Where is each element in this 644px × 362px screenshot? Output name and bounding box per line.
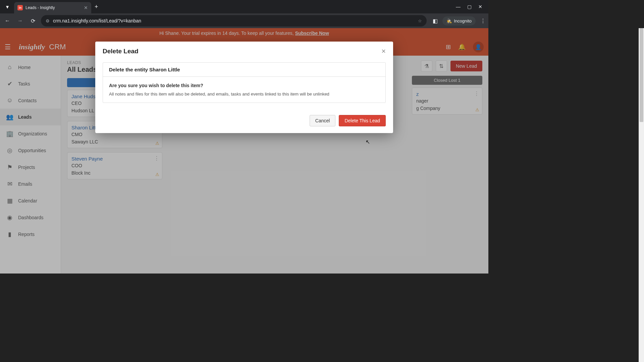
breadcrumb: LEADS <box>67 60 97 65</box>
reports-icon: ▮ <box>6 231 13 238</box>
sidebar-label: Tasks <box>18 81 30 86</box>
sidebar-item-leads[interactable]: 👥Leads <box>0 109 61 125</box>
opportunities-icon: ◎ <box>6 147 13 154</box>
side-panel-icon[interactable]: ◧ <box>433 18 438 24</box>
favicon: in <box>17 5 23 10</box>
column-header: Closed Lost 1 <box>412 76 482 85</box>
home-icon: ⌂ <box>6 64 13 71</box>
lead-company: g Company <box>416 106 478 111</box>
incognito-label: Incognito <box>454 18 472 23</box>
modal-close-icon[interactable]: × <box>381 47 386 56</box>
sidebar-item-tasks[interactable]: ✔Tasks <box>0 75 61 92</box>
kanban-column-right: Closed Lost 1 ⋮ z nager g Company ⚠ <box>412 76 482 119</box>
avatar[interactable]: 👤 <box>473 42 484 52</box>
sidebar-item-dashboards[interactable]: ◉Dashboards <box>0 209 61 226</box>
warning-icon: ⚠ <box>155 141 159 146</box>
warning-icon: ⚠ <box>475 107 479 112</box>
emails-icon: ✉ <box>6 180 13 188</box>
url-text: crm.na1.insightly.com/list/Lead/?v=kanba… <box>53 18 415 23</box>
delete-this-lead-button[interactable]: Delete This Lead <box>339 115 386 126</box>
new-tab-button[interactable]: + <box>95 3 98 10</box>
organizations-icon: 🏢 <box>6 130 13 137</box>
projects-icon: ⚑ <box>6 164 13 171</box>
sidebar-item-projects[interactable]: ⚑Projects <box>0 159 61 176</box>
forward-button[interactable]: → <box>15 16 25 25</box>
trial-text: Hi Shane. Your trial expires in 14 days.… <box>159 31 295 36</box>
modal-entity-label: Delete the entity Sharon Little <box>103 63 385 77</box>
sidebar-item-reports[interactable]: ▮Reports <box>0 226 61 243</box>
incognito-icon: 🕵 <box>446 18 452 23</box>
minimize-icon[interactable]: ― <box>456 4 461 9</box>
contacts-icon: ☺ <box>6 97 13 104</box>
sidebar-label: Dashboards <box>18 215 44 220</box>
delete-lead-modal: Delete Lead × Delete the entity Sharon L… <box>95 42 393 133</box>
sidebar-label: Emails <box>18 181 32 187</box>
warning-icon: ⚠ <box>155 172 159 177</box>
filter-icon[interactable]: ⚗ <box>421 60 432 72</box>
lead-company: Block Inc <box>71 170 158 176</box>
sidebar-label: Opportunities <box>18 148 46 153</box>
settings-icon[interactable]: ⇅ <box>436 60 447 72</box>
sidebar-item-home[interactable]: ⌂Home <box>0 59 61 75</box>
new-lead-button[interactable]: New Lead <box>450 61 482 71</box>
browser-tab[interactable]: in Leads - Insightly ✕ <box>14 2 91 13</box>
logo[interactable]: insightly <box>19 43 45 51</box>
sidebar-item-emails[interactable]: ✉Emails <box>0 176 61 192</box>
cancel-button[interactable]: Cancel <box>310 115 336 126</box>
page-title: All Leads <box>67 66 97 73</box>
tab-close-icon[interactable]: ✕ <box>84 5 88 10</box>
browser-chrome: ▾ in Leads - Insightly ✕ + ― ▢ ✕ ← → ⟳ ⚙… <box>0 0 488 28</box>
leads-icon: 👥 <box>6 113 13 121</box>
tasks-icon: ✔ <box>6 80 13 87</box>
sidebar-label: Contacts <box>18 98 37 103</box>
card-menu-icon[interactable]: ⋮ <box>154 155 159 162</box>
notifications-icon[interactable]: 🔔 <box>458 43 466 51</box>
browser-menu-icon[interactable]: ⋮ <box>480 18 486 24</box>
subscribe-link[interactable]: Subscribe Now <box>295 31 329 36</box>
product-label: CRM <box>49 43 66 51</box>
confirm-question: Are you sure you wish to delete this ite… <box>109 83 379 88</box>
lead-name[interactable]: z <box>416 91 478 97</box>
sidebar-item-organizations[interactable]: 🏢Organizations <box>0 125 61 142</box>
lead-role: nager <box>416 98 478 104</box>
bookmark-icon[interactable]: ☆ <box>418 18 422 23</box>
confirm-note: All notes and files for this item will a… <box>109 92 379 97</box>
toolbar: ← → ⟳ ⚙ crm.na1.insightly.com/list/Lead/… <box>0 13 488 28</box>
calendar-icon: ▦ <box>6 197 13 204</box>
sidebar-item-contacts[interactable]: ☺Contacts <box>0 92 61 109</box>
sidebar-label: Calendar <box>18 198 37 203</box>
app-viewport: Hi Shane. Your trial expires in 14 days.… <box>0 28 488 274</box>
tab-bar: ▾ in Leads - Insightly ✕ + ― ▢ ✕ <box>0 0 488 13</box>
card-menu-icon[interactable]: ⋮ <box>474 90 479 97</box>
maximize-icon[interactable]: ▢ <box>467 4 472 9</box>
lead-name[interactable]: Steven Payne <box>71 156 158 162</box>
lead-role: COO <box>71 163 158 168</box>
sidebar-label: Leads <box>18 114 32 120</box>
address-bar[interactable]: ⚙ crm.na1.insightly.com/list/Lead/?v=kan… <box>41 15 427 26</box>
tab-search-dropdown[interactable]: ▾ <box>3 2 12 11</box>
back-button[interactable]: ← <box>3 16 12 25</box>
trial-banner: Hi Shane. Your trial expires in 14 days.… <box>0 28 488 38</box>
close-window-icon[interactable]: ✕ <box>478 4 482 9</box>
add-icon[interactable]: ⊞ <box>446 43 451 51</box>
modal-title: Delete Lead <box>103 48 139 55</box>
sidebar-label: Organizations <box>18 131 47 136</box>
incognito-badge[interactable]: 🕵 Incognito <box>442 16 476 25</box>
lead-card[interactable]: ⋮ z nager g Company ⚠ <box>412 87 482 115</box>
site-settings-icon[interactable]: ⚙ <box>46 18 50 23</box>
sidebar-label: Projects <box>18 165 35 170</box>
menu-icon[interactable]: ☰ <box>5 43 14 51</box>
sidebar-label: Reports <box>18 232 35 237</box>
lead-card[interactable]: ⋮ Steven Payne COO Block Inc ⚠ <box>67 152 162 179</box>
window-controls: ― ▢ ✕ <box>456 4 486 9</box>
lead-company: Sawayn LLC <box>71 139 158 144</box>
tab-title: Leads - Insightly <box>25 5 82 10</box>
sidebar-item-calendar[interactable]: ▦Calendar <box>0 192 61 209</box>
avatar-icon: 👤 <box>475 44 482 50</box>
sidebar: ⌂Home ✔Tasks ☺Contacts 👥Leads 🏢Organizat… <box>0 56 61 274</box>
reload-button[interactable]: ⟳ <box>28 16 38 25</box>
dashboards-icon: ◉ <box>6 214 13 221</box>
sidebar-item-opportunities[interactable]: ◎Opportunities <box>0 142 61 159</box>
sidebar-label: Home <box>18 65 31 70</box>
